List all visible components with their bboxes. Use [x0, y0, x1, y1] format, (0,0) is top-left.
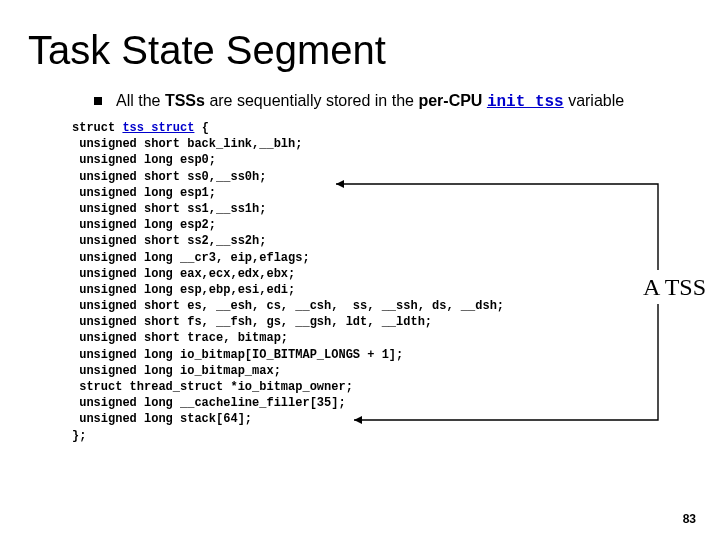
code-line: unsigned short trace, bitmap;	[72, 331, 288, 345]
struct-type-link: tss_struct	[122, 121, 194, 135]
code-line: unsigned short ss2,__ss2h;	[72, 234, 266, 248]
code-line: unsigned short back_link,__blh;	[72, 137, 302, 151]
code-line: unsigned long stack[64];	[72, 412, 252, 426]
code-line: unsigned short es, __esh, cs, __csh, ss,…	[72, 299, 504, 313]
square-bullet-icon	[94, 97, 102, 105]
code-line: unsigned long esp0;	[72, 153, 216, 167]
bullet-seg: All the	[116, 92, 165, 109]
code-line: unsigned long eax,ecx,edx,ebx;	[72, 267, 295, 281]
bullet-seg: are sequentially stored in the	[205, 92, 418, 109]
code-line: struct	[72, 121, 122, 135]
page-number: 83	[683, 512, 696, 526]
code-line: unsigned short fs, __fsh, gs, __gsh, ldt…	[72, 315, 432, 329]
code-line: unsigned short ss0,__ss0h;	[72, 170, 266, 184]
code-line: unsigned long __cacheline_filler[35];	[72, 396, 346, 410]
code-block: struct tss_struct { unsigned short back_…	[72, 120, 696, 444]
code-line: unsigned long esp2;	[72, 218, 216, 232]
code-line: unsigned long __cr3, eip,eflags;	[72, 251, 310, 265]
slide: Task State Segment All the TSSs are sequ…	[0, 0, 720, 540]
code-line: unsigned long esp,ebp,esi,edi;	[72, 283, 295, 297]
code-line: unsigned short ss1,__ss1h;	[72, 202, 266, 216]
code-line: unsigned long io_bitmap_max;	[72, 364, 281, 378]
code-line: struct thread_struct *io_bitmap_owner;	[72, 380, 353, 394]
inline-code-link: init_tss	[487, 93, 564, 111]
bullet-text: All the TSSs are sequentially stored in …	[116, 91, 624, 112]
code-line: };	[72, 429, 86, 443]
code-line: unsigned long esp1;	[72, 186, 216, 200]
bullet-bold: TSSs	[165, 92, 205, 109]
bullet-item: All the TSSs are sequentially stored in …	[94, 91, 674, 112]
bullet-seg: variable	[564, 92, 624, 109]
annotation-label: A TSS	[643, 274, 706, 301]
code-line: {	[194, 121, 208, 135]
slide-title: Task State Segment	[28, 28, 696, 73]
code-line: unsigned long io_bitmap[IO_BITMAP_LONGS …	[72, 348, 403, 362]
bullet-bold: per-CPU	[418, 92, 482, 109]
